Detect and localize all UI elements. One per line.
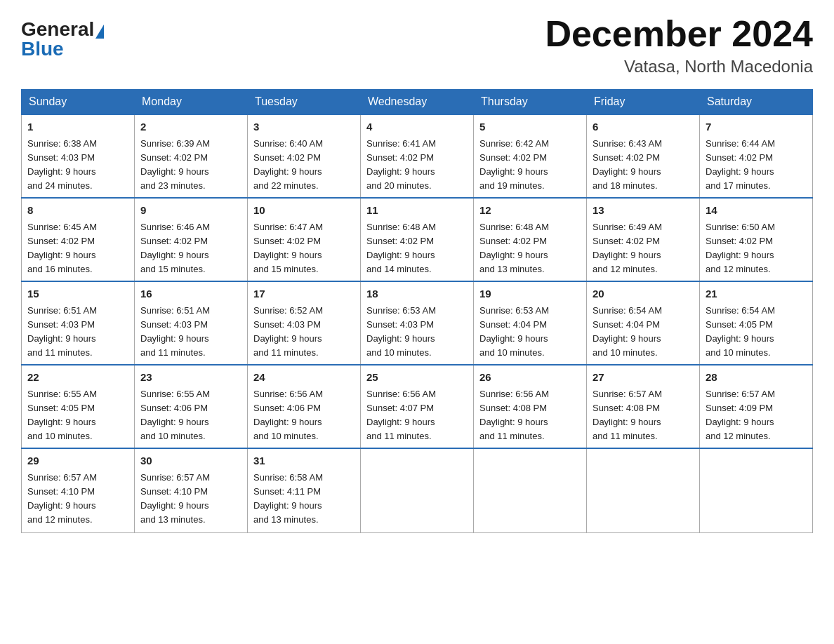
day-number: 17: [253, 286, 355, 302]
day-info: Sunrise: 6:56 AMSunset: 4:06 PMDaylight:…: [253, 389, 323, 441]
calendar-week-row: 8Sunrise: 6:45 AMSunset: 4:02 PMDaylight…: [22, 198, 813, 281]
day-of-week-header: Friday: [587, 90, 700, 115]
day-number: 16: [140, 286, 241, 302]
day-info: Sunrise: 6:42 AMSunset: 4:02 PMDaylight:…: [479, 138, 549, 191]
day-info: Sunrise: 6:57 AMSunset: 4:10 PMDaylight:…: [27, 472, 97, 525]
day-number: 7: [706, 119, 807, 135]
day-of-week-header: Sunday: [22, 90, 135, 115]
calendar-day-cell: 31Sunrise: 6:58 AMSunset: 4:11 PMDayligh…: [248, 448, 361, 532]
day-info: Sunrise: 6:57 AMSunset: 4:08 PMDaylight:…: [593, 389, 662, 441]
calendar-day-cell: 28Sunrise: 6:57 AMSunset: 4:09 PMDayligh…: [700, 365, 813, 448]
day-info: Sunrise: 6:56 AMSunset: 4:08 PMDaylight:…: [479, 389, 549, 441]
logo-blue-text: Blue: [21, 38, 64, 60]
day-info: Sunrise: 6:44 AMSunset: 4:02 PMDaylight:…: [706, 138, 775, 191]
day-info: Sunrise: 6:53 AMSunset: 4:03 PMDaylight:…: [366, 305, 436, 358]
day-of-week-header: Monday: [135, 90, 248, 115]
day-number: 31: [253, 453, 355, 469]
day-number: 27: [593, 370, 694, 386]
day-number: 25: [366, 370, 468, 386]
day-number: 3: [253, 119, 355, 135]
day-info: Sunrise: 6:45 AMSunset: 4:02 PMDaylight:…: [27, 222, 97, 274]
day-number: 2: [140, 119, 241, 135]
day-info: Sunrise: 6:43 AMSunset: 4:02 PMDaylight:…: [593, 138, 662, 191]
day-number: 14: [706, 203, 807, 219]
calendar-day-cell: 11Sunrise: 6:48 AMSunset: 4:02 PMDayligh…: [361, 198, 474, 281]
location-title: Vatasa, North Macedonia: [545, 57, 813, 76]
day-info: Sunrise: 6:52 AMSunset: 4:03 PMDaylight:…: [253, 305, 323, 358]
day-info: Sunrise: 6:54 AMSunset: 4:05 PMDaylight:…: [706, 305, 775, 358]
calendar-day-cell: 19Sunrise: 6:53 AMSunset: 4:04 PMDayligh…: [474, 281, 587, 365]
day-number: 18: [366, 286, 468, 302]
calendar-day-cell: 21Sunrise: 6:54 AMSunset: 4:05 PMDayligh…: [700, 281, 813, 365]
calendar-week-row: 22Sunrise: 6:55 AMSunset: 4:05 PMDayligh…: [22, 365, 813, 448]
page-header: General Blue December 2024 Vatasa, North…: [21, 14, 813, 76]
day-of-week-header: Thursday: [474, 90, 587, 115]
day-info: Sunrise: 6:39 AMSunset: 4:02 PMDaylight:…: [140, 138, 210, 191]
title-block: December 2024 Vatasa, North Macedonia: [545, 14, 813, 76]
day-number: 24: [253, 370, 355, 386]
calendar-day-cell: 30Sunrise: 6:57 AMSunset: 4:10 PMDayligh…: [135, 448, 248, 532]
day-number: 15: [27, 286, 128, 302]
day-of-week-header: Saturday: [700, 90, 813, 115]
calendar-day-cell: 18Sunrise: 6:53 AMSunset: 4:03 PMDayligh…: [361, 281, 474, 365]
day-number: 4: [366, 119, 468, 135]
calendar-day-cell: 26Sunrise: 6:56 AMSunset: 4:08 PMDayligh…: [474, 365, 587, 448]
day-number: 22: [27, 370, 128, 386]
day-of-week-header: Tuesday: [248, 90, 361, 115]
calendar-day-cell: 23Sunrise: 6:55 AMSunset: 4:06 PMDayligh…: [135, 365, 248, 448]
calendar-day-cell: 2Sunrise: 6:39 AMSunset: 4:02 PMDaylight…: [135, 114, 248, 198]
logo-general-text: General: [21, 20, 94, 39]
day-info: Sunrise: 6:40 AMSunset: 4:02 PMDaylight:…: [253, 138, 323, 191]
calendar-day-cell: 29Sunrise: 6:57 AMSunset: 4:10 PMDayligh…: [22, 448, 135, 532]
day-number: 23: [140, 370, 241, 386]
calendar-day-cell: 27Sunrise: 6:57 AMSunset: 4:08 PMDayligh…: [587, 365, 700, 448]
day-info: Sunrise: 6:58 AMSunset: 4:11 PMDaylight:…: [253, 472, 323, 525]
day-info: Sunrise: 6:54 AMSunset: 4:04 PMDaylight:…: [593, 305, 662, 358]
day-number: 19: [479, 286, 581, 302]
day-info: Sunrise: 6:51 AMSunset: 4:03 PMDaylight:…: [140, 305, 210, 358]
day-number: 9: [140, 203, 241, 219]
day-number: 20: [593, 286, 694, 302]
day-info: Sunrise: 6:49 AMSunset: 4:02 PMDaylight:…: [593, 222, 662, 274]
day-number: 28: [706, 370, 807, 386]
calendar-day-cell: 4Sunrise: 6:41 AMSunset: 4:02 PMDaylight…: [361, 114, 474, 198]
day-number: 29: [27, 453, 128, 469]
calendar-day-cell: 3Sunrise: 6:40 AMSunset: 4:02 PMDaylight…: [248, 114, 361, 198]
day-number: 21: [706, 286, 807, 302]
calendar-day-cell: [587, 448, 700, 532]
day-info: Sunrise: 6:48 AMSunset: 4:02 PMDaylight:…: [366, 222, 436, 274]
calendar-day-cell: 16Sunrise: 6:51 AMSunset: 4:03 PMDayligh…: [135, 281, 248, 365]
day-number: 10: [253, 203, 355, 219]
calendar-header-row: SundayMondayTuesdayWednesdayThursdayFrid…: [22, 90, 813, 115]
calendar-day-cell: 6Sunrise: 6:43 AMSunset: 4:02 PMDaylight…: [587, 114, 700, 198]
calendar-day-cell: 7Sunrise: 6:44 AMSunset: 4:02 PMDaylight…: [700, 114, 813, 198]
day-number: 6: [593, 119, 694, 135]
calendar-day-cell: [361, 448, 474, 532]
day-info: Sunrise: 6:57 AMSunset: 4:10 PMDaylight:…: [140, 472, 210, 525]
calendar-day-cell: 13Sunrise: 6:49 AMSunset: 4:02 PMDayligh…: [587, 198, 700, 281]
calendar-day-cell: 15Sunrise: 6:51 AMSunset: 4:03 PMDayligh…: [22, 281, 135, 365]
calendar-day-cell: [700, 448, 813, 532]
calendar-day-cell: 20Sunrise: 6:54 AMSunset: 4:04 PMDayligh…: [587, 281, 700, 365]
day-number: 5: [479, 119, 581, 135]
calendar-day-cell: 12Sunrise: 6:48 AMSunset: 4:02 PMDayligh…: [474, 198, 587, 281]
day-info: Sunrise: 6:47 AMSunset: 4:02 PMDaylight:…: [253, 222, 323, 274]
calendar-week-row: 29Sunrise: 6:57 AMSunset: 4:10 PMDayligh…: [22, 448, 813, 532]
calendar-day-cell: 5Sunrise: 6:42 AMSunset: 4:02 PMDaylight…: [474, 114, 587, 198]
calendar-week-row: 1Sunrise: 6:38 AMSunset: 4:03 PMDaylight…: [22, 114, 813, 198]
calendar-day-cell: [474, 448, 587, 532]
day-number: 13: [593, 203, 694, 219]
calendar-day-cell: 14Sunrise: 6:50 AMSunset: 4:02 PMDayligh…: [700, 198, 813, 281]
day-info: Sunrise: 6:50 AMSunset: 4:02 PMDaylight:…: [706, 222, 775, 274]
day-number: 8: [27, 203, 128, 219]
calendar-week-row: 15Sunrise: 6:51 AMSunset: 4:03 PMDayligh…: [22, 281, 813, 365]
day-number: 26: [479, 370, 581, 386]
day-info: Sunrise: 6:38 AMSunset: 4:03 PMDaylight:…: [27, 138, 97, 191]
day-info: Sunrise: 6:48 AMSunset: 4:02 PMDaylight:…: [479, 222, 549, 274]
calendar-day-cell: 10Sunrise: 6:47 AMSunset: 4:02 PMDayligh…: [248, 198, 361, 281]
day-number: 30: [140, 453, 241, 469]
logo: General Blue: [21, 20, 104, 60]
month-title: December 2024: [545, 14, 813, 54]
day-number: 11: [366, 203, 468, 219]
calendar-day-cell: 22Sunrise: 6:55 AMSunset: 4:05 PMDayligh…: [22, 365, 135, 448]
